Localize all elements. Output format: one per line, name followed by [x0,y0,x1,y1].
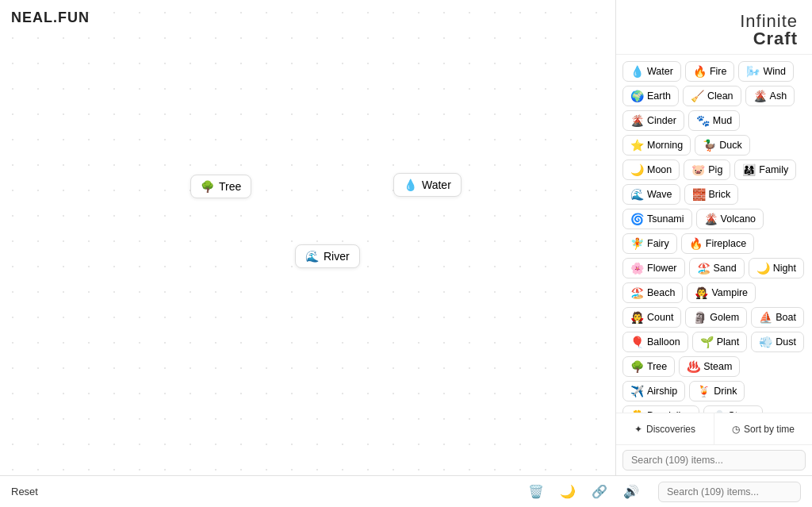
item-emoji: 🌙 [756,262,770,275]
sidebar-item-sand[interactable]: 🏖️Sand [689,258,745,278]
item-label: Balloon [647,336,680,348]
item-emoji: 🔥 [689,237,703,250]
search-input[interactable] [622,450,806,471]
tree-icon: 🌳 [201,180,214,193]
sidebar-item-clean[interactable]: 🧹Clean [683,86,741,106]
sort-icon: ◷ [732,424,740,435]
sidebar-item-fairy[interactable]: 🧚Fairy [622,233,677,254]
canvas-element-tree[interactable]: 🌳 Tree [190,175,251,198]
river-icon: 🌊 [305,250,319,263]
item-label: Steam [703,361,732,372]
item-emoji: 🧚 [630,237,644,250]
water-icon: 💧 [404,179,417,191]
item-emoji: 🌱 [700,336,714,348]
sort-button[interactable]: ◷ Sort by time [714,413,812,444]
item-emoji: 🎈 [630,336,644,348]
share-icon: 🔗 [592,485,607,498]
item-label: Morning [647,140,683,151]
sidebar-item-count[interactable]: 🧛Count [622,307,681,328]
sidebar-item-moon[interactable]: 🌙Moon [622,159,680,180]
item-emoji: 🌋 [753,90,767,102]
item-label: Dust [776,336,796,348]
sound-icon: 🔊 [623,485,639,498]
sidebar-item-pig[interactable]: 🐷Pig [684,159,730,180]
canvas-element-water[interactable]: 💧 Water [393,173,462,197]
darkmode-button[interactable]: 🌙 [557,484,579,500]
item-label: Fire [710,66,727,77]
item-label: Golem [710,312,739,323]
item-label: Tsunami [647,213,684,225]
sidebar-item-drink[interactable]: 🍹Drink [689,381,745,401]
sidebar-item-boat[interactable]: ⛵Boat [751,307,804,328]
sidebar-item-cinder[interactable]: 🌋Cinder [622,110,684,131]
sidebar-item-water[interactable]: 💧Water [622,61,681,82]
item-emoji: 🦆 [703,139,716,152]
sidebar-item-storm[interactable]: ⛈️Storm [703,405,762,413]
item-emoji: 🌬️ [746,65,760,78]
item-label: Fireplace [706,238,746,249]
sidebar-item-plant[interactable]: 🌱Plant [692,332,748,352]
river-label: River [324,250,350,263]
item-label: Cinder [647,115,676,126]
sidebar-item-vampire[interactable]: 🧛Vampire [687,282,756,303]
item-emoji: 💨 [759,336,772,348]
sidebar-item-flower[interactable]: 🌸Flower [622,258,685,278]
item-emoji: 🧱 [692,188,706,201]
item-emoji: 🌊 [630,188,644,201]
sidebar-item-fireplace[interactable]: 🔥Fireplace [681,233,754,254]
item-label: Wind [763,66,785,77]
sidebar-item-night[interactable]: 🌙Night [749,258,804,278]
sidebar-item-earth[interactable]: 🌍Earth [622,86,679,106]
share-button[interactable]: 🔗 [588,484,611,500]
sidebar-item-brick[interactable]: 🧱Brick [684,184,739,205]
sort-label: Sort by time [744,424,795,435]
reset-button[interactable]: Reset [11,486,38,497]
sidebar-item-steam[interactable]: ♨️Steam [679,356,740,377]
item-label: Water [647,66,673,77]
item-label: Airship [647,386,677,397]
item-label: Count [647,312,673,323]
sidebar-item-dust[interactable]: 💨Dust [751,332,804,352]
item-emoji: 🗿 [693,311,707,324]
sidebar-item-wave[interactable]: 🌊Wave [622,184,680,205]
canvas-element-river[interactable]: 🌊 River [295,244,360,268]
infinite-label: Infinite [630,13,798,30]
sidebar-item-wind[interactable]: 🌬️Wind [738,61,793,82]
sidebar-item-morning[interactable]: ⭐Morning [622,135,691,156]
main-area: NEAL.FUN 🌳 Tree 💧 Water 🌊 River Infinite [0,0,812,475]
sidebar-item-duck[interactable]: 🦆Duck [695,135,749,156]
canvas-area[interactable]: NEAL.FUN 🌳 Tree 💧 Water 🌊 River [0,0,615,475]
item-label: Clean [707,90,733,102]
sidebar-item-family[interactable]: 👨‍👩‍👧Family [734,159,796,180]
sidebar-item-mud[interactable]: 🐾Mud [688,110,740,131]
logo: NEAL.FUN [11,10,90,26]
sidebar-item-airship[interactable]: ✈️Airship [622,381,685,401]
item-label: Family [759,164,788,175]
trash-button[interactable]: 🗑️ [525,484,547,500]
sidebar-item-dandelion[interactable]: 🌼Dandelion [622,405,699,413]
item-emoji: 🏖️ [630,286,644,299]
bottom-search-input[interactable] [658,482,801,502]
item-emoji: 🧛 [630,311,644,324]
sidebar-item-fire[interactable]: 🔥Fire [685,61,735,82]
sidebar-item-volcano[interactable]: 🌋Volcano [696,209,764,229]
item-label: Wave [647,189,672,200]
item-emoji: 🔥 [693,65,707,78]
discoveries-button[interactable]: ✦ Discoveries [616,413,714,444]
item-emoji: 🧛 [695,286,708,299]
sidebar-item-beach[interactable]: 🏖️Beach [622,282,683,303]
item-label: Moon [647,164,672,175]
sidebar-items-list: 💧Water🔥Fire🌬️Wind🌍Earth🧹Clean🌋Ash🌋Cinder… [616,55,812,413]
discoveries-icon: ✦ [634,424,642,435]
item-emoji: ✈️ [630,385,644,398]
sidebar-item-balloon[interactable]: 🎈Balloon [622,332,688,352]
sound-button[interactable]: 🔊 [620,484,642,500]
item-emoji: 🍹 [697,385,710,398]
sidebar-item-ash[interactable]: 🌋Ash [745,86,795,106]
sidebar-item-tree[interactable]: 🌳Tree [622,356,675,377]
item-label: Fairy [647,238,669,249]
sidebar-item-golem[interactable]: 🗿Golem [685,307,747,328]
item-emoji: 👨‍👩‍👧 [742,163,756,176]
sidebar-item-tsunami[interactable]: 🌀Tsunami [622,209,692,229]
item-emoji: 🐷 [691,163,705,176]
